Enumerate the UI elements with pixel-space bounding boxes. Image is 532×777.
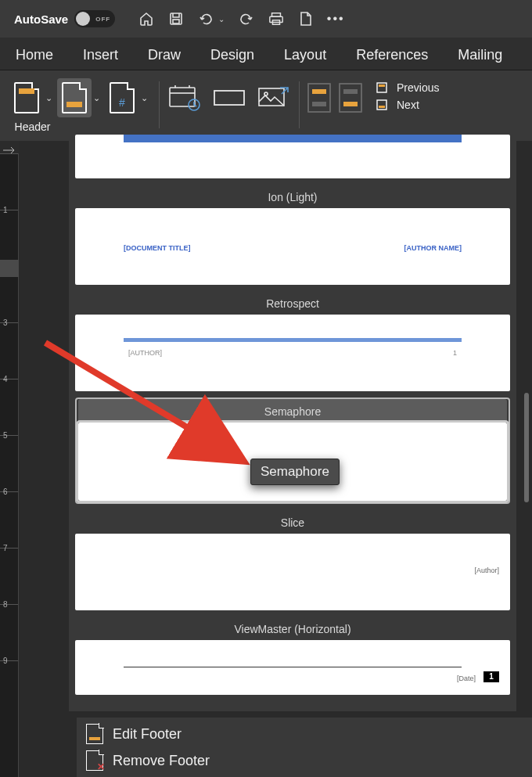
nav-box-b[interactable] — [339, 83, 362, 113]
svg-rect-0 — [171, 13, 182, 24]
ruler-corner — [0, 141, 19, 153]
title-icons: ⌄ ••• — [138, 11, 343, 27]
previous-button[interactable]: Previous — [376, 81, 439, 94]
svg-rect-5 — [170, 88, 195, 106]
preset-partial[interactable] — [75, 135, 510, 178]
svg-rect-1 — [173, 20, 179, 23]
preset-title: Semaphore — [78, 399, 507, 423]
preset-retrospect[interactable]: Retrospect [AUTHOR] 1 — [75, 291, 510, 391]
preset-ion-light[interactable]: Ion (Light) [DOCUMENT TITLE] [AUTHOR NAM… — [75, 185, 510, 285]
svg-rect-12 — [377, 100, 386, 110]
footer-chevron-icon[interactable]: ⌄ — [93, 93, 100, 103]
svg-rect-7 — [214, 91, 244, 105]
undo-icon[interactable] — [198, 11, 214, 27]
ribbon-tabs: Home Insert Draw Design Layout Reference… — [0, 38, 532, 70]
footer-button[interactable] — [57, 78, 92, 117]
redo-icon[interactable] — [239, 11, 254, 27]
header-label: Header — [15, 121, 51, 133]
tab-layout[interactable]: Layout — [281, 41, 329, 70]
footer-actions: Edit Footer ✕ Remove Footer — [77, 718, 532, 777]
preset-viewmaster[interactable]: ViewMaster (Horizontal) [Date] 1 — [75, 617, 510, 695]
autosave-group: AutoSave OFF — [14, 10, 115, 27]
ruler-margin-marker — [0, 260, 19, 277]
next-button[interactable]: Next — [376, 99, 439, 111]
tab-design[interactable]: Design — [207, 41, 257, 70]
autosave-toggle[interactable]: OFF — [74, 10, 115, 27]
preset-title: Ion (Light) — [75, 185, 510, 208]
online-pictures-icon[interactable] — [257, 85, 291, 111]
home-icon[interactable] — [138, 11, 154, 27]
tab-references[interactable]: References — [353, 41, 431, 70]
nav-box-a[interactable] — [307, 83, 331, 113]
tab-draw[interactable]: Draw — [145, 41, 184, 70]
document-icon[interactable] — [298, 11, 314, 27]
autosave-label: AutoSave — [14, 13, 68, 26]
tab-insert[interactable]: Insert — [80, 41, 121, 70]
edit-footer-icon — [86, 724, 103, 744]
ribbon-separator — [159, 81, 160, 130]
text-box-icon[interactable] — [213, 87, 246, 109]
svg-point-9 — [264, 92, 268, 95]
preset-title: Retrospect — [75, 291, 510, 315]
svg-rect-13 — [379, 106, 385, 108]
title-bar: AutoSave OFF ⌄ ••• — [0, 0, 532, 38]
ribbon-misc-group — [167, 78, 291, 111]
page-number-button[interactable]: # — [105, 78, 139, 117]
ribbon-nav-links: Previous Next — [376, 78, 439, 111]
toggle-knob — [76, 12, 90, 26]
header-group: ⌄ Header — [9, 78, 56, 133]
date-time-icon[interactable] — [167, 85, 202, 111]
footer-gallery-panel: Ion (Light) [DOCUMENT TITLE] [AUTHOR NAM… — [69, 128, 516, 711]
tab-mailings[interactable]: Mailing — [455, 41, 505, 70]
svg-rect-3 — [270, 16, 282, 22]
preset-slice[interactable]: Slice [Author] — [75, 510, 510, 610]
edit-footer-item[interactable]: Edit Footer — [86, 724, 523, 744]
header-button[interactable] — [9, 78, 44, 117]
toggle-off-label: OFF — [95, 16, 110, 23]
svg-rect-8 — [259, 88, 284, 106]
undo-chevron-icon[interactable]: ⌄ — [218, 15, 225, 23]
ribbon-separator-2 — [299, 81, 300, 130]
header-chevron-icon[interactable]: ⌄ — [45, 93, 52, 103]
more-icon[interactable]: ••• — [328, 11, 343, 27]
svg-rect-10 — [377, 83, 386, 92]
preset-title: ViewMaster (Horizontal) — [75, 617, 510, 640]
vertical-ruler: 1 2 3 4 5 6 7 8 9 — [0, 153, 19, 777]
gallery-scrollbar[interactable] — [524, 393, 529, 502]
svg-rect-11 — [379, 85, 385, 87]
save-icon[interactable] — [168, 11, 184, 27]
preset-title: Slice — [75, 510, 510, 534]
preset-semaphore[interactable]: Semaphore — [75, 397, 510, 504]
tab-home[interactable]: Home — [13, 41, 56, 70]
print-icon[interactable] — [268, 11, 284, 27]
remove-footer-item[interactable]: ✕ Remove Footer — [86, 750, 523, 771]
page-number-chevron-icon[interactable]: ⌄ — [141, 93, 148, 103]
remove-footer-icon: ✕ — [86, 750, 103, 771]
